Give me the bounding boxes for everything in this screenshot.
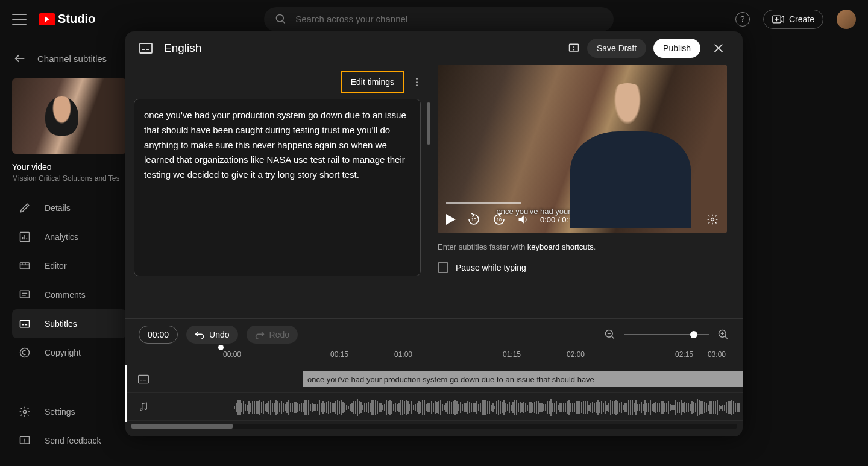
sidebar-item-label: Subtitles: [45, 319, 77, 329]
caption-icon: [139, 42, 153, 54]
studio-logo[interactable]: Studio: [39, 12, 95, 26]
timeline-area: 00:00 Undo Redo 00:00 00:15 01:00 01:15 …: [125, 318, 743, 429]
sidebar-item-feedback[interactable]: Send feedback: [12, 426, 127, 455]
sidebar-item-label: Details: [45, 203, 71, 213]
edit-timings-button[interactable]: Edit timings: [341, 71, 404, 93]
current-time-pill[interactable]: 00:00: [139, 326, 178, 344]
track-start: [125, 365, 127, 422]
waveform: [234, 398, 743, 417]
pause-while-typing-row[interactable]: Pause while typing: [438, 262, 727, 273]
redo-button: Redo: [247, 326, 298, 344]
volume-icon[interactable]: [517, 213, 529, 225]
svg-rect-14: [20, 291, 30, 298]
video-thumbnail[interactable]: [12, 78, 127, 154]
search-input[interactable]: [295, 14, 603, 24]
sidebar-item-settings[interactable]: Settings: [12, 397, 127, 426]
rewind-10-icon[interactable]: 10: [467, 212, 481, 227]
feedback-icon: [19, 435, 31, 447]
svg-point-49: [145, 408, 146, 409]
video-controls: 10 10 0:00 / 0:19: [446, 212, 719, 227]
play-icon[interactable]: [446, 214, 456, 225]
back-arrow-icon: [13, 52, 27, 65]
video-progress-bar[interactable]: [446, 202, 521, 204]
sidebar-item-subtitles[interactable]: Subtitles: [12, 309, 127, 338]
svg-point-24: [25, 442, 25, 442]
svg-rect-17: [20, 320, 30, 327]
analytics-icon: [19, 231, 31, 243]
youtube-icon: [39, 13, 55, 25]
zoom-slider-thumb[interactable]: [690, 331, 697, 338]
create-button[interactable]: Create: [763, 10, 823, 29]
gear-icon: [19, 406, 31, 418]
preview-column: once you've had your production system g…: [434, 65, 735, 318]
keyboard-hint: Enter subtitles faster with keyboard sho…: [438, 242, 727, 251]
video-subtitle: Mission Critical Solutions and Tes: [12, 174, 127, 183]
timeline-scrollbar[interactable]: [131, 424, 737, 429]
pause-checkbox[interactable]: [438, 262, 448, 273]
svg-rect-10: [20, 263, 30, 269]
create-icon: [772, 15, 784, 24]
search-bar[interactable]: [264, 7, 614, 31]
caption-clip[interactable]: once you've had your production system g…: [303, 371, 743, 387]
close-button[interactable]: [708, 37, 729, 59]
avatar[interactable]: [837, 10, 856, 29]
sidebar-item-comments[interactable]: Comments: [12, 280, 127, 309]
back-row[interactable]: Channel subtitles: [13, 52, 107, 65]
close-icon: [712, 42, 725, 55]
keyboard-shortcuts-link[interactable]: keyboard shortcuts: [527, 242, 594, 251]
sidebar-item-editor[interactable]: Editor: [12, 251, 127, 280]
sidebar-item-label: Editor: [45, 261, 67, 271]
report-icon[interactable]: [568, 42, 580, 54]
sidebar-bottom: Settings Send feedback: [12, 397, 127, 455]
svg-point-0: [277, 14, 284, 22]
svg-rect-45: [139, 375, 149, 383]
save-draft-button[interactable]: Save Draft: [587, 39, 646, 58]
editor-icon: [19, 260, 31, 272]
sidebar-nav: Details Analytics Editor Comments Subtit…: [12, 194, 127, 367]
scrollbar[interactable]: [427, 102, 430, 145]
sidebar-item-label: Comments: [45, 290, 86, 300]
sidebar-item-analytics[interactable]: Analytics: [12, 222, 127, 251]
undo-icon: [195, 330, 204, 339]
pencil-icon: [19, 202, 31, 214]
timeline-tracks[interactable]: once you've had your production system g…: [125, 365, 743, 421]
caption-textarea[interactable]: [134, 99, 421, 276]
svg-point-21: [24, 411, 27, 414]
pause-label: Pause while typing: [456, 263, 526, 272]
sidebar-item-copyright[interactable]: Copyright: [12, 338, 127, 367]
video-preview[interactable]: once you've had your production system g…: [438, 65, 727, 233]
more-options-icon[interactable]: [411, 77, 422, 87]
menu-icon[interactable]: [12, 14, 27, 25]
sidebar-item-details[interactable]: Details: [12, 194, 127, 222]
redo-icon: [255, 330, 265, 339]
playhead[interactable]: [221, 347, 221, 422]
timeline-toolbar: 00:00 Undo Redo: [125, 319, 743, 350]
edit-toolbar: Edit timings: [134, 65, 426, 99]
svg-text:10: 10: [497, 218, 502, 222]
video-title-label: Your video: [12, 162, 127, 172]
svg-text:10: 10: [471, 218, 476, 222]
svg-point-37: [711, 218, 714, 221]
modal-title: English: [164, 42, 201, 55]
publish-button[interactable]: Publish: [653, 39, 700, 58]
modal-body: Edit timings once you've had your produc…: [125, 65, 743, 318]
zoom-in-icon[interactable]: [717, 329, 729, 341]
video-time: 0:00 / 0:19: [540, 215, 577, 224]
create-label: Create: [789, 14, 814, 24]
svg-marker-36: [519, 215, 524, 223]
zoom-out-icon[interactable]: [604, 329, 616, 341]
help-icon[interactable]: ?: [735, 12, 750, 27]
undo-button[interactable]: Undo: [186, 326, 237, 344]
svg-line-39: [612, 336, 614, 339]
copyright-icon: [19, 347, 31, 359]
timeline-ruler[interactable]: 00:00 00:15 01:00 01:15 02:00 02:15 03:0…: [162, 350, 743, 365]
sidebar: Your video Mission Critical Solutions an…: [12, 78, 127, 367]
subtitles-icon: [19, 318, 31, 330]
svg-point-30: [574, 49, 574, 50]
caption-editor-column: Edit timings: [125, 65, 434, 318]
svg-line-1: [283, 20, 285, 23]
forward-10-icon[interactable]: 10: [492, 212, 506, 227]
settings-gear-icon[interactable]: [706, 213, 719, 225]
svg-point-48: [140, 409, 142, 411]
zoom-slider[interactable]: [624, 334, 709, 335]
